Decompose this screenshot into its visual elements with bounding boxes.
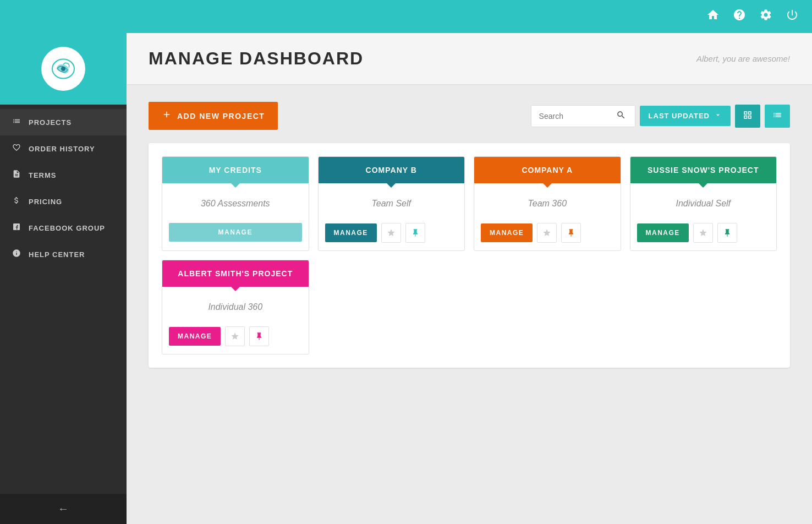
project-card-company-a: COMPANY A Team 360 MANAGE	[474, 156, 621, 251]
project-name: MY CREDITS	[209, 166, 262, 174]
projects-container: MY CREDITS 360 Assessments MANAGE COMPAN…	[149, 143, 790, 368]
logo-circle	[41, 47, 85, 91]
sidebar-item-label: ORDER HISTORY	[29, 145, 95, 153]
pin-button-albert-smith[interactable]	[249, 326, 269, 346]
sidebar-item-projects[interactable]: PROJECTS	[0, 109, 127, 135]
project-card-header: ALBERT SMITH'S PROJECT	[162, 260, 309, 287]
search-icon[interactable]	[616, 110, 626, 122]
project-name: COMPANY A	[522, 166, 573, 174]
project-card-body: Team Self	[319, 183, 465, 217]
manage-button-sussie-snow[interactable]: MANAGE	[637, 223, 689, 242]
project-card-footer: MANAGE	[162, 321, 309, 354]
search-box	[531, 105, 635, 127]
project-card-header: COMPANY B	[319, 157, 465, 183]
project-card-sussie-snow: SUSSIE SNOW'S PROJECT Individual Self MA…	[630, 156, 777, 251]
project-card-footer: MANAGE	[630, 217, 777, 250]
manage-button-my-credits[interactable]: MANAGE	[169, 223, 302, 242]
sidebar-item-terms[interactable]: TERMS	[0, 162, 127, 188]
toolbar: ADD NEW PROJECT LAST UPDATED	[149, 102, 790, 130]
sidebar-nav: PROJECTS ORDER HISTORY TERMS PRICING	[0, 105, 127, 494]
sidebar-item-help-center[interactable]: HELP CENTER	[0, 241, 127, 268]
sidebar-item-pricing[interactable]: PRICING	[0, 188, 127, 215]
terms-icon	[11, 170, 22, 181]
power-icon[interactable]	[786, 8, 799, 25]
toolbar-right: LAST UPDATED	[531, 105, 790, 128]
order-history-icon	[11, 143, 22, 154]
chevron-down-icon	[714, 111, 722, 121]
sidebar-item-label: HELP CENTER	[29, 250, 85, 259]
manage-button-company-b[interactable]: MANAGE	[325, 223, 377, 242]
sort-label: LAST UPDATED	[649, 112, 710, 120]
project-card-albert-smith: ALBERT SMITH'S PROJECT Individual 360 MA…	[162, 260, 309, 354]
content-body: ADD NEW PROJECT LAST UPDATED	[127, 85, 812, 524]
project-name: COMPANY B	[366, 166, 417, 174]
help-icon[interactable]	[733, 8, 746, 25]
project-type: Individual Self	[676, 199, 731, 208]
sidebar-item-label: PROJECTS	[29, 118, 72, 127]
project-card-footer: MANAGE	[162, 217, 309, 249]
project-name: SUSSIE SNOW'S PROJECT	[648, 166, 759, 174]
project-card-my-credits: MY CREDITS 360 Assessments MANAGE	[162, 156, 309, 251]
pin-button-company-b[interactable]	[405, 223, 425, 243]
star-button-sussie-snow[interactable]	[693, 223, 713, 243]
pin-button-company-a[interactable]	[561, 223, 581, 243]
projects-icon	[11, 117, 22, 128]
sidebar-item-order-history[interactable]: ORDER HISTORY	[0, 135, 127, 162]
projects-grid: MY CREDITS 360 Assessments MANAGE COMPAN…	[162, 156, 777, 251]
facebook-icon	[11, 222, 22, 233]
project-type: Individual 360	[208, 302, 262, 312]
manage-button-company-a[interactable]: MANAGE	[481, 223, 533, 242]
sort-dropdown[interactable]: LAST UPDATED	[640, 106, 731, 126]
content-header: MANAGE DASHBOARD Albert, you are awesome…	[127, 33, 812, 85]
sidebar-logo	[0, 33, 127, 105]
sidebar-item-label: TERMS	[29, 171, 57, 179]
content-area: MANAGE DASHBOARD Albert, you are awesome…	[127, 33, 812, 524]
star-button-albert-smith[interactable]	[225, 326, 245, 346]
sidebar-item-facebook-group[interactable]: FACEBOOK GROUP	[0, 215, 127, 241]
project-type: Team 360	[528, 199, 567, 208]
home-icon[interactable]	[706, 8, 720, 25]
sidebar-item-label: PRICING	[29, 198, 62, 206]
project-card-body: Individual Self	[630, 183, 777, 217]
grid-view-button[interactable]	[735, 105, 760, 128]
project-card-body: 360 Assessments	[162, 183, 309, 217]
project-card-body: Individual 360	[162, 287, 309, 321]
main-layout: PROJECTS ORDER HISTORY TERMS PRICING	[0, 33, 812, 524]
help-center-icon	[11, 249, 22, 260]
project-card-company-b: COMPANY B Team Self MANAGE	[318, 156, 465, 251]
back-arrow-icon[interactable]: ←	[58, 503, 69, 515]
project-card-footer: MANAGE	[319, 217, 465, 250]
page-title: MANAGE DASHBOARD	[149, 48, 364, 69]
star-button-company-b[interactable]	[381, 223, 401, 243]
plus-icon	[162, 110, 172, 122]
project-card-header: COMPANY A	[474, 157, 621, 183]
sidebar-item-label: FACEBOOK GROUP	[29, 224, 105, 232]
top-bar	[0, 0, 812, 33]
manage-button-albert-smith[interactable]: MANAGE	[169, 327, 221, 346]
project-type: Team Self	[372, 199, 411, 208]
settings-icon[interactable]	[759, 8, 772, 25]
welcome-message: Albert, you are awesome!	[696, 54, 790, 63]
pricing-icon	[11, 196, 22, 207]
project-type: 360 Assessments	[201, 199, 270, 208]
add-button-label: ADD NEW PROJECT	[177, 112, 265, 121]
project-card-footer: MANAGE	[474, 217, 621, 250]
sidebar: PROJECTS ORDER HISTORY TERMS PRICING	[0, 33, 127, 524]
project-card-header: SUSSIE SNOW'S PROJECT	[630, 157, 777, 183]
project-card-header: MY CREDITS	[162, 157, 309, 183]
add-new-project-button[interactable]: ADD NEW PROJECT	[149, 102, 278, 130]
search-input[interactable]	[539, 112, 616, 121]
pin-button-sussie-snow[interactable]	[717, 223, 737, 243]
project-card-body: Team 360	[474, 183, 621, 217]
second-row: ALBERT SMITH'S PROJECT Individual 360 MA…	[162, 260, 777, 354]
project-name: ALBERT SMITH'S PROJECT	[178, 269, 293, 278]
sidebar-footer: ←	[0, 494, 127, 524]
star-button-company-a[interactable]	[537, 223, 557, 243]
top-bar-icons	[706, 8, 799, 25]
list-view-button[interactable]	[765, 105, 790, 128]
